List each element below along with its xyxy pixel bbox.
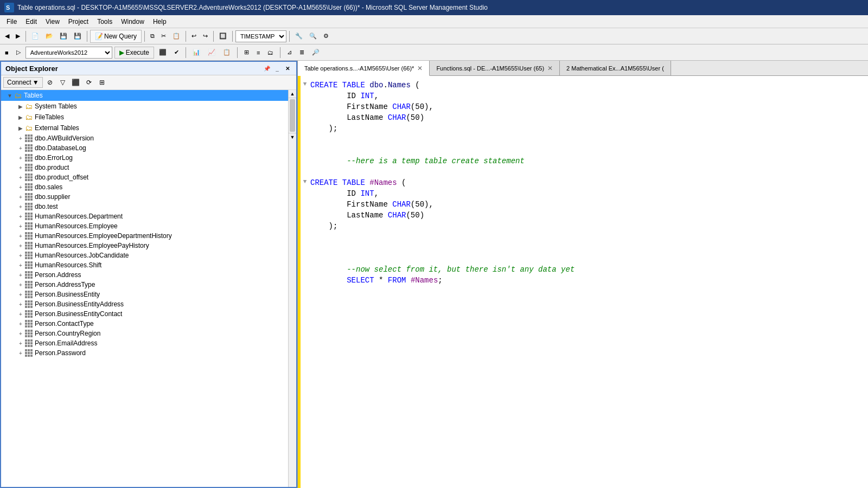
file-results-btn[interactable]: 🗂 (265, 46, 276, 59)
tree-expand-9[interactable]: + (16, 184, 25, 190)
tab-mathematical[interactable]: 2 Mathematical Ex...A1M5655\User ( (560, 61, 671, 75)
tree-expand-10[interactable]: + (16, 194, 25, 200)
tree-item-24[interactable]: +Person.CountryRegion (1, 329, 288, 338)
tree-item-25[interactable]: +Person.EmailAddress (1, 338, 288, 348)
scroll-down-btn[interactable]: ▼ (289, 133, 296, 141)
copy-btn[interactable]: ⧉ (148, 30, 157, 43)
debug-btn[interactable]: 🔲 (216, 30, 229, 43)
tree-item-1[interactable]: ▶🗂System Tables (1, 101, 288, 112)
step-btn[interactable]: ▷ (14, 46, 23, 59)
tree-expand-26[interactable]: + (16, 350, 25, 356)
save-btn[interactable]: 💾 (57, 30, 70, 43)
menu-view[interactable]: View (41, 17, 64, 27)
tree-item-16[interactable]: +HumanResources.JobCandidate (1, 251, 288, 260)
tree-expand-0[interactable]: ▼ (5, 93, 14, 99)
tree-expand-7[interactable]: + (16, 165, 25, 171)
menu-file[interactable]: File (2, 17, 21, 27)
tree-item-6[interactable]: +dbo.ErrorLog (1, 153, 288, 163)
oe-filter-btn[interactable]: ▽ (57, 76, 69, 88)
tree-item-20[interactable]: +Person.BusinessEntity (1, 290, 288, 299)
menu-project[interactable]: Project (64, 17, 93, 27)
oe-pin-btn[interactable]: 📌 (263, 64, 271, 73)
stop-btn[interactable]: ■ (2, 46, 11, 59)
tree-item-2[interactable]: ▶🗂FileTables (1, 112, 288, 123)
tree-expand-5[interactable]: + (16, 145, 25, 151)
check-btn[interactable]: ✔ (171, 46, 182, 59)
tree-item-3[interactable]: ▶🗂External Tables (1, 123, 288, 133)
tab-close-0[interactable]: ✕ (417, 65, 423, 72)
tree-expand-4[interactable]: + (16, 136, 25, 142)
tree-item-0[interactable]: ▼🗂Tables (1, 90, 288, 101)
oe-summary-btn[interactable]: ⊞ (96, 76, 108, 88)
format-btn[interactable]: ⊿ (284, 46, 295, 59)
tree-expand-12[interactable]: + (16, 214, 25, 220)
tree-expand-25[interactable]: + (16, 341, 25, 346)
menu-edit[interactable]: Edit (21, 17, 41, 27)
tree-expand-17[interactable]: + (16, 262, 25, 268)
timestamp-dropdown[interactable]: TIMESTAMP (235, 30, 286, 42)
redo-btn[interactable]: ↪ (200, 30, 210, 43)
tree-expand-14[interactable]: + (16, 233, 25, 239)
tree-expand-24[interactable]: + (16, 331, 25, 337)
grid-results-btn[interactable]: ⊞ (241, 46, 252, 59)
tree-expand-15[interactable]: + (16, 243, 25, 249)
tree-item-18[interactable]: +Person.Address (1, 270, 288, 280)
tree-item-21[interactable]: +Person.BusinessEntityAddress (1, 299, 288, 309)
menu-window[interactable]: Window (117, 17, 149, 27)
new-query-button[interactable]: 📝 New Query (90, 30, 142, 43)
code-editor[interactable]: ▼CREATE TABLE dbo.Names ( ID INT, FirstN… (301, 76, 868, 488)
tree-item-13[interactable]: +HumanResources.Employee (1, 221, 288, 231)
cancel-exec-btn[interactable]: ⬛ (156, 46, 169, 59)
paste-btn[interactable]: 📋 (170, 30, 183, 43)
tree-expand-20[interactable]: + (16, 292, 25, 298)
tree-expand-2[interactable]: ▶ (16, 114, 25, 120)
tree-expand-1[interactable]: ▶ (16, 104, 25, 110)
execute-button[interactable]: ▶ Execute (114, 47, 154, 59)
tree-item-4[interactable]: +dbo.AWBuildVersion (1, 133, 288, 143)
tree-item-17[interactable]: +HumanResources.Shift (1, 260, 288, 270)
tree-item-15[interactable]: +HumanResources.EmployeePayHistory (1, 241, 288, 251)
scroll-up-btn[interactable]: ▲ (289, 90, 296, 98)
tree-item-9[interactable]: +dbo.sales (1, 182, 288, 192)
display-estimated-btn[interactable]: 📊 (190, 46, 203, 59)
tree-item-22[interactable]: +Person.BusinessEntityContact (1, 309, 288, 319)
connect-button[interactable]: Connect ▼ (3, 77, 43, 88)
database-dropdown[interactable]: AdventureWorks2012 (25, 47, 112, 59)
new-file-btn[interactable]: 📄 (29, 30, 42, 43)
tree-expand-8[interactable]: + (16, 175, 25, 181)
cut-btn[interactable]: ✂ (158, 30, 169, 43)
collapse-0[interactable]: ▼ (301, 81, 310, 87)
tree-expand-13[interactable]: + (16, 223, 25, 229)
search-btn[interactable]: 🔍 (307, 30, 320, 43)
tree-item-5[interactable]: +dbo.DatabaseLog (1, 143, 288, 153)
back-button[interactable]: ◀ (2, 30, 12, 43)
oe-disconnect-btn[interactable]: ⊘ (44, 76, 56, 88)
forward-button[interactable]: ▶ (13, 30, 23, 43)
tree-item-12[interactable]: +HumanResources.Department (1, 211, 288, 221)
display-actual-btn[interactable]: 📈 (205, 46, 218, 59)
tree-expand-23[interactable]: + (16, 321, 25, 327)
open-file-btn[interactable]: 📂 (43, 30, 56, 43)
tree-item-14[interactable]: +HumanResources.EmployeeDepartmentHistor… (1, 231, 288, 241)
oe-close-btn[interactable]: ✕ (283, 64, 292, 73)
tree-item-19[interactable]: +Person.AddressType (1, 280, 288, 290)
oe-tree[interactable]: ▼🗂Tables▶🗂System Tables▶🗂FileTables▶🗂Ext… (1, 90, 288, 487)
tree-item-23[interactable]: +Person.ContactType (1, 319, 288, 329)
tree-expand-6[interactable]: + (16, 155, 25, 161)
tree-expand-21[interactable]: + (16, 301, 25, 307)
scroll-thumb[interactable] (290, 99, 295, 132)
zoom-btn[interactable]: 🔎 (309, 46, 322, 59)
tree-item-7[interactable]: +dbo.product (1, 163, 288, 172)
oe-scrollbar[interactable]: ▲ ▼ (288, 90, 296, 487)
menu-help[interactable]: Help (149, 17, 171, 27)
tree-expand-22[interactable]: + (16, 311, 25, 317)
display-results-btn[interactable]: 📋 (220, 46, 233, 59)
tree-expand-18[interactable]: + (16, 272, 25, 278)
settings-btn[interactable]: ⚙ (321, 30, 331, 43)
oe-minimize-btn[interactable]: _ (273, 64, 282, 73)
tab-close-1[interactable]: ✕ (547, 65, 553, 72)
oe-refresh-btn[interactable]: ⟳ (83, 76, 95, 88)
menu-tools[interactable]: Tools (93, 17, 117, 27)
oe-stop-btn[interactable]: ⬛ (70, 76, 82, 88)
save-all-btn[interactable]: 💾 (71, 30, 84, 43)
